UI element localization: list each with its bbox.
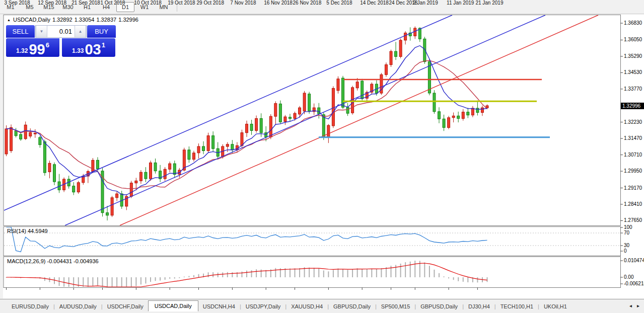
tab-xauusd-h4[interactable]: XAUUSD,H4 <box>287 302 327 311</box>
buy-price-button[interactable]: 1.33 03 1 <box>62 38 115 57</box>
buy-price-small: 1.33 <box>72 47 84 54</box>
macd-axis-label: 0.00 <box>624 274 633 280</box>
volume-input[interactable] <box>47 26 75 37</box>
tab-gbpusd-daily[interactable]: GBPUSD,Daily <box>416 302 462 311</box>
macd-axis-label: -0.006218 <box>624 281 644 286</box>
timeline-label: 16 Nov 2018 <box>264 0 293 6</box>
timeline-label: 10 Oct 2018 <box>134 0 161 6</box>
price-axis-label: 1.27650 <box>624 217 642 223</box>
timeline-label: 19 Oct 2018 <box>168 0 195 6</box>
ohlc-high: 1.33054 <box>75 17 95 23</box>
rsi-axis-label: 70 <box>624 230 629 236</box>
tab-gbpusd-daily[interactable]: GBPUSD,Daily <box>329 302 375 311</box>
ohlc-close: 1.32996 <box>118 17 138 23</box>
tab-usdchf-daily[interactable]: USDCHF,Daily <box>103 302 148 311</box>
rsi-axis-label: 0 <box>624 248 627 254</box>
tab-dj30-h4[interactable]: DJ30,H4 <box>464 302 494 311</box>
timeline-label: 2 Jan 2019 <box>413 0 438 6</box>
chart-symbol-header: ▲USDCAD,Daily1.328921.330541.328371.3299… <box>7 17 140 23</box>
tab-ukoil-h1[interactable]: UKOil,H1 <box>539 302 571 311</box>
tab-usdcnh-h4[interactable]: USDCNH,H4 <box>198 302 240 311</box>
macd-signal-value: -0.004936 <box>74 258 99 264</box>
price-axis-label: 1.30710 <box>624 152 642 158</box>
price-axis-label: 1.35290 <box>624 53 642 59</box>
tab-scroll-left-button[interactable]: ◂ <box>627 302 634 309</box>
price-axis-label: 1.36050 <box>624 37 642 42</box>
timeline-label: 12 Sep 2018 <box>38 0 66 6</box>
rsi-axis-label: 30 <box>624 243 629 248</box>
timeline-label: 3 Sep 2018 <box>5 0 30 6</box>
price-axis-label: 1.32230 <box>624 119 642 125</box>
volume-stepper: ▼ ▲ <box>35 25 87 38</box>
terminal-window: M1M5M15M30H1H4D1W1MN ▲USDCAD,Daily1.3289… <box>0 0 644 313</box>
macd-main-value: -0.004431 <box>47 258 72 264</box>
tab-scroll-arrows: ◂ ▸ <box>627 302 642 309</box>
ohlc-low: 1.32837 <box>96 17 116 23</box>
buy-price-pip: 1 <box>102 41 105 49</box>
price-axis-label: 1.29950 <box>624 168 642 174</box>
sell-price-small: 1.32 <box>16 47 28 54</box>
price-axis-label: 1.28410 <box>624 201 642 207</box>
macd-indicator-label: MACD(12,26,9) -0.004431 -0.004936 <box>7 258 99 264</box>
macd-axis-label: 0.010474 <box>624 258 644 263</box>
timeline-label: 26 Nov 2018 <box>293 0 322 6</box>
tab-eurusd-daily[interactable]: EURUSD,Daily <box>7 302 53 311</box>
volume-increase-button[interactable]: ▲ <box>75 26 86 37</box>
buy-price-big: 03 <box>85 43 101 56</box>
sell-price-pip: 6 <box>46 41 49 49</box>
timeline-label: 14 Dec 2018 <box>360 0 389 6</box>
price-axis-label: 1.33770 <box>624 86 642 92</box>
symbol-name: USDCAD,Daily <box>13 17 50 23</box>
sell-button[interactable]: SELL <box>6 25 35 38</box>
timeline-label: 21 Jan 2019 <box>475 0 503 6</box>
rsi-axis-label: 100 <box>624 224 632 230</box>
tab-audusd-daily[interactable]: AUDUSD,Daily <box>55 302 101 311</box>
current-price-tag: 1.32996 <box>621 103 644 109</box>
price-axis-label: 1.29170 <box>624 185 642 191</box>
price-axis-label: 1.34530 <box>624 69 642 75</box>
timeline-label: 11 Jan 2019 <box>447 0 474 6</box>
timeline-label: 1 Oct 2018 <box>101 0 125 6</box>
timeline-label: 7 Nov 2018 <box>230 0 256 6</box>
sell-price-big: 99 <box>29 43 45 56</box>
tab-sp500-m15[interactable]: SP500,M15 <box>377 302 414 311</box>
macd-name: MACD(12,26,9) <box>7 258 45 264</box>
tab-usdcad-daily[interactable]: USDCAD,Daily <box>148 300 198 311</box>
tab-usdjpy-daily[interactable]: USDJPY,Daily <box>241 302 285 311</box>
timeline-label: 5 Dec 2018 <box>326 0 352 6</box>
tab-tech100-h1[interactable]: TECH100,H1 <box>496 302 538 311</box>
price-axis-label: 1.36830 <box>624 20 642 26</box>
tab-scroll-right-button[interactable]: ▸ <box>634 302 642 309</box>
rsi-value: 44.5949 <box>28 228 48 234</box>
one-click-trading-panel: SELL ▼ ▲ BUY 1.32 99 6 1.33 03 1 <box>6 25 116 57</box>
rsi-name: RSI(14) <box>7 228 26 234</box>
timeline-label: 29 Oct 2018 <box>197 0 224 6</box>
volume-decrease-button[interactable]: ▼ <box>36 26 47 37</box>
rsi-indicator-label: RSI(14) 44.5949 <box>7 228 48 234</box>
collapse-icon[interactable]: ▲ <box>7 18 11 22</box>
buy-button[interactable]: BUY <box>87 25 116 38</box>
price-axis-label: 1.31470 <box>624 135 642 141</box>
ohlc-open: 1.32892 <box>52 17 73 23</box>
sell-price-button[interactable]: 1.32 99 6 <box>6 38 59 57</box>
timeline-label: 21 Sep 2018 <box>71 0 100 6</box>
chart-tab-bar: EURUSD,Daily|AUDUSD,Daily|USDCHF,DailyUS… <box>0 299 644 313</box>
